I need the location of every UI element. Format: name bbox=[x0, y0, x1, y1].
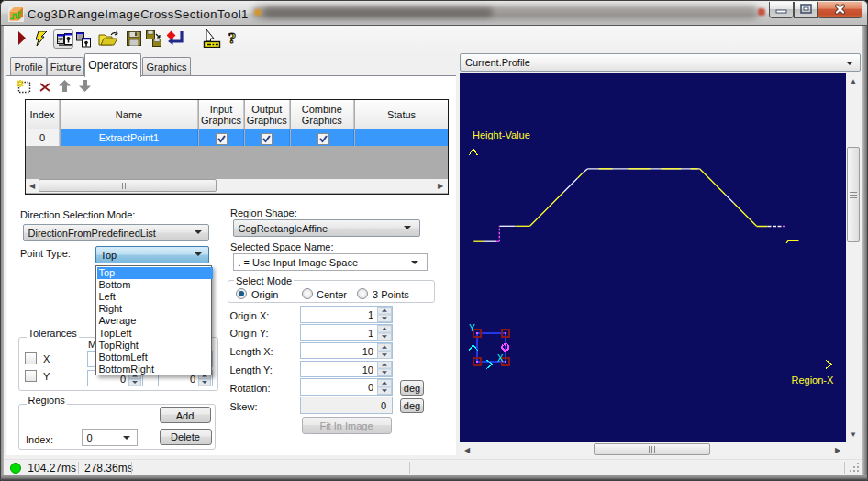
svg-text:?: ? bbox=[228, 29, 237, 47]
svg-text:Region-X: Region-X bbox=[792, 375, 835, 386]
svg-text:X: X bbox=[497, 353, 504, 364]
svg-text:Height-Value: Height-Value bbox=[473, 129, 530, 140]
svg-text:Y: Y bbox=[469, 323, 475, 333]
